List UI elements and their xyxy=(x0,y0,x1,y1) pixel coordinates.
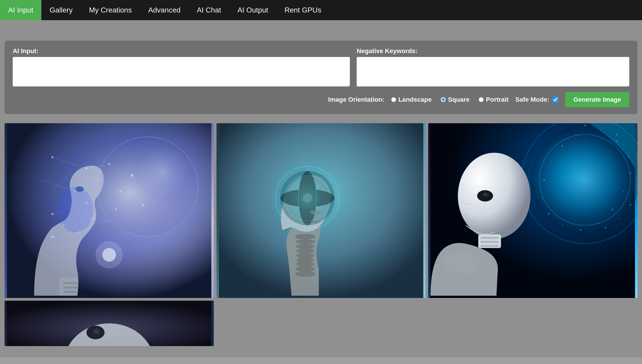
svg-point-74 xyxy=(598,222,599,224)
svg-point-72 xyxy=(623,191,624,192)
svg-point-78 xyxy=(542,198,542,198)
orientation-landscape-label: Landscape xyxy=(399,96,432,103)
svg-point-16 xyxy=(51,156,53,158)
orientation-options: Landscape Square Portrait xyxy=(391,96,509,103)
svg-point-23 xyxy=(51,213,53,215)
svg-point-40 xyxy=(295,234,315,240)
nav-ai-output[interactable]: AI Output xyxy=(229,0,276,20)
orientation-portrait-label: Portrait xyxy=(486,96,509,103)
nav-ai-input[interactable]: AI Input xyxy=(0,0,41,20)
svg-point-62 xyxy=(271,162,344,234)
svg-point-22 xyxy=(119,190,122,192)
safe-mode-checkbox[interactable] xyxy=(552,97,558,102)
svg-rect-33 xyxy=(64,282,77,284)
svg-point-89 xyxy=(458,153,531,239)
orientation-square[interactable]: Square xyxy=(441,96,470,103)
nav-advanced[interactable]: Advanced xyxy=(140,0,189,20)
safe-mode-group: Safe Mode: xyxy=(515,96,558,103)
svg-point-25 xyxy=(115,208,117,210)
robot-svg-2 xyxy=(216,123,426,298)
svg-rect-96 xyxy=(481,245,499,247)
svg-point-79 xyxy=(544,179,545,181)
svg-rect-95 xyxy=(481,241,499,243)
nav-gallery[interactable]: Gallery xyxy=(41,0,81,20)
svg-point-38 xyxy=(95,241,123,268)
gallery-item-2[interactable] xyxy=(216,123,426,298)
gallery-grid xyxy=(0,119,642,350)
gallery-image-1 xyxy=(5,123,214,298)
orientation-portrait[interactable]: Portrait xyxy=(479,96,509,103)
svg-point-43 xyxy=(296,248,314,254)
svg-point-48 xyxy=(295,271,315,277)
svg-point-18 xyxy=(108,163,110,165)
robot-svg-4 xyxy=(5,301,214,346)
orientation-square-radio[interactable] xyxy=(441,97,446,102)
robot-svg-1 xyxy=(5,123,214,298)
nav-rent-gpus[interactable]: Rent GPUs xyxy=(276,0,330,20)
svg-rect-94 xyxy=(481,237,499,239)
svg-point-84 xyxy=(605,227,606,228)
svg-point-77 xyxy=(548,213,549,215)
safe-mode-label: Safe Mode: xyxy=(515,96,549,103)
svg-point-30 xyxy=(142,204,144,206)
gallery-image-4 xyxy=(5,301,214,346)
svg-point-46 xyxy=(296,262,314,267)
generate-image-button[interactable]: Generate Image xyxy=(565,92,629,107)
nav-my-creations[interactable]: My Creations xyxy=(81,0,140,20)
svg-point-36 xyxy=(57,187,93,232)
svg-point-73 xyxy=(612,209,613,210)
svg-rect-35 xyxy=(64,291,77,293)
main-content: AI Input: Negative Keywords: Image Orien… xyxy=(0,34,642,358)
main-navigation: AI Input Gallery My Creations Advanced A… xyxy=(0,0,642,20)
ai-input-label: AI Input: xyxy=(13,48,350,55)
svg-point-92 xyxy=(484,193,486,195)
svg-point-19 xyxy=(130,174,133,177)
svg-point-75 xyxy=(580,229,581,230)
input-panel: AI Input: Negative Keywords: Image Orien… xyxy=(5,40,637,114)
robot-svg-3 xyxy=(428,123,637,298)
ai-input-field[interactable] xyxy=(13,57,350,86)
negative-keywords-group: Negative Keywords: xyxy=(357,48,629,86)
orientation-portrait-radio[interactable] xyxy=(479,97,484,102)
gallery-image-2 xyxy=(216,123,426,298)
gallery-item-4[interactable] xyxy=(5,301,214,346)
svg-point-47 xyxy=(295,266,315,272)
orientation-square-label: Square xyxy=(448,96,470,103)
svg-point-82 xyxy=(576,134,576,135)
svg-point-44 xyxy=(296,253,314,258)
svg-rect-34 xyxy=(64,286,77,288)
svg-point-41 xyxy=(295,239,315,244)
gallery-image-3 xyxy=(428,123,637,298)
ai-input-group: AI Input: xyxy=(13,48,350,86)
orientation-landscape[interactable]: Landscape xyxy=(391,96,432,103)
svg-point-80 xyxy=(551,161,552,162)
image-orientation-label: Image Orientation: xyxy=(328,96,384,103)
svg-point-71 xyxy=(630,172,631,174)
header-spacer xyxy=(0,20,642,34)
svg-point-83 xyxy=(589,232,590,232)
text-inputs-row: AI Input: Negative Keywords: xyxy=(13,48,629,86)
svg-point-100 xyxy=(93,328,100,334)
svg-point-76 xyxy=(562,225,563,226)
svg-point-85 xyxy=(619,218,620,219)
gallery-item-1[interactable] xyxy=(5,123,214,298)
negative-keywords-field[interactable] xyxy=(357,57,629,86)
svg-point-81 xyxy=(562,145,563,146)
nav-ai-chat[interactable]: AI Chat xyxy=(189,0,229,20)
controls-row: Image Orientation: Landscape Square Port… xyxy=(13,92,629,107)
negative-keywords-label: Negative Keywords: xyxy=(357,48,629,55)
svg-point-67 xyxy=(584,125,586,126)
svg-point-86 xyxy=(630,204,631,206)
gallery-item-3[interactable] xyxy=(428,123,637,298)
orientation-landscape-radio[interactable] xyxy=(391,97,396,102)
svg-point-42 xyxy=(296,244,314,249)
